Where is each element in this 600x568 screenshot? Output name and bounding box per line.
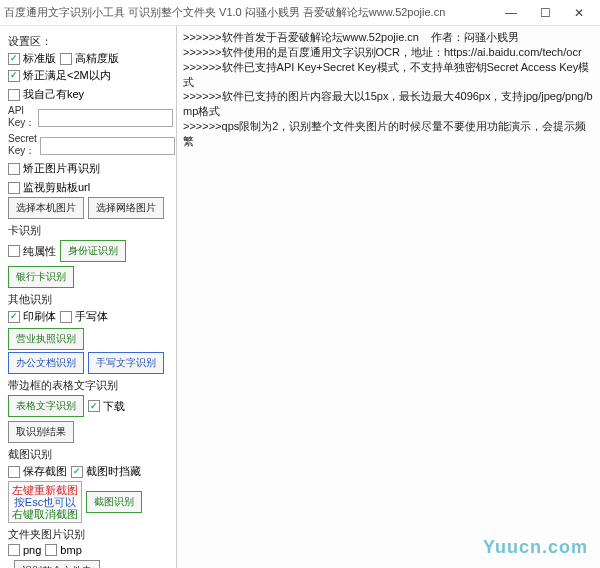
minimize-button[interactable]: — bbox=[494, 2, 528, 24]
secret-key-label: Secret Key： bbox=[8, 133, 37, 158]
api-key-label: API Key： bbox=[8, 105, 35, 130]
handwrite-ocr-button[interactable]: 手写文字识别 bbox=[88, 352, 164, 374]
close-button[interactable]: ✕ bbox=[562, 2, 596, 24]
select-local-image-button[interactable]: 选择本机图片 bbox=[8, 197, 84, 219]
secret-key-input[interactable] bbox=[40, 137, 175, 155]
bankcard-button[interactable]: 银行卡识别 bbox=[8, 266, 74, 288]
correct-img-checkbox[interactable]: 矫正图片再识别 bbox=[8, 161, 100, 176]
shot-hide-checkbox[interactable]: 截图时挡藏 bbox=[71, 464, 141, 479]
left-panel: 设置区： 标准版 高精度版 矫正满足<2M以内 我自己有key API Key：… bbox=[0, 26, 176, 568]
maximize-button[interactable]: ☐ bbox=[528, 2, 562, 24]
save-shot-checkbox[interactable]: 保存截图 bbox=[8, 464, 67, 479]
standard-checkbox[interactable]: 标准版 bbox=[8, 51, 56, 66]
folder-ocr-button[interactable]: 识别整个文件夹 bbox=[14, 560, 100, 568]
log-panel: >>>>>>软件首发于吾爱破解论坛www.52pojie.cn 作者：闷骚小贱男… bbox=[176, 26, 600, 568]
section-card: 卡识别 bbox=[8, 223, 168, 238]
bmp-checkbox[interactable]: bmp bbox=[45, 544, 81, 556]
section-screenshot: 截图识别 bbox=[8, 447, 168, 462]
license-button[interactable]: 营业执照识别 bbox=[8, 328, 84, 350]
screenshot-tips: 左键重新截图 按Esc也可以 右键取消截图 bbox=[8, 481, 82, 523]
section-settings: 设置区： bbox=[8, 34, 168, 49]
section-folder: 文件夹图片识别 bbox=[8, 527, 168, 542]
png-checkbox[interactable]: png bbox=[8, 544, 41, 556]
select-network-image-button[interactable]: 选择网络图片 bbox=[88, 197, 164, 219]
table-ocr-button[interactable]: 表格文字识别 bbox=[8, 395, 84, 417]
printed-checkbox[interactable]: 印刷体 bbox=[8, 309, 56, 324]
high-precision-checkbox[interactable]: 高精度版 bbox=[60, 51, 119, 66]
download-checkbox[interactable]: 下载 bbox=[88, 399, 125, 414]
log-line: >>>>>>qps限制为2，识别整个文件夹图片的时候尽量不要使用功能演示，会提示… bbox=[183, 119, 594, 149]
handwrite-checkbox[interactable]: 手写体 bbox=[60, 309, 108, 324]
api-key-input[interactable] bbox=[38, 109, 173, 127]
main-area: 设置区： 标准版 高精度版 矫正满足<2M以内 我自己有key API Key：… bbox=[0, 26, 600, 568]
log-line: >>>>>>软件使用的是百度通用文字识别OCR，地址：https://ai.ba… bbox=[183, 45, 594, 60]
titlebar: 百度通用文字识别小工具 可识别整个文件夹 V1.0 闷骚小贱男 吾爱破解论坛ww… bbox=[0, 0, 600, 26]
office-doc-button[interactable]: 办公文档识别 bbox=[8, 352, 84, 374]
section-table: 带边框的表格文字识别 bbox=[8, 378, 168, 393]
log-line: >>>>>>软件已支持API Key+Secret Key模式，不支持单独密钥S… bbox=[183, 60, 594, 90]
window-controls: — ☐ ✕ bbox=[494, 2, 596, 24]
own-key-checkbox[interactable]: 我自己有key bbox=[8, 87, 84, 102]
monitor-clipboard-checkbox[interactable]: 监视剪贴板url bbox=[8, 180, 90, 195]
window-title: 百度通用文字识别小工具 可识别整个文件夹 V1.0 闷骚小贱男 吾爱破解论坛ww… bbox=[4, 5, 494, 20]
lt2m-checkbox[interactable]: 矫正满足<2M以内 bbox=[8, 68, 111, 83]
screenshot-ocr-button[interactable]: 截图识别 bbox=[86, 491, 142, 513]
section-other: 其他识别 bbox=[8, 292, 168, 307]
pure-attr-checkbox[interactable]: 纯属性 bbox=[8, 244, 56, 259]
idcard-button[interactable]: 身份证识别 bbox=[60, 240, 126, 262]
log-line: >>>>>>软件已支持的图片内容最大以15px，最长边最大4096px，支持jp… bbox=[183, 89, 594, 119]
get-result-button[interactable]: 取识别结果 bbox=[8, 421, 74, 443]
log-line: >>>>>>软件首发于吾爱破解论坛www.52pojie.cn 作者：闷骚小贱男 bbox=[183, 30, 594, 45]
